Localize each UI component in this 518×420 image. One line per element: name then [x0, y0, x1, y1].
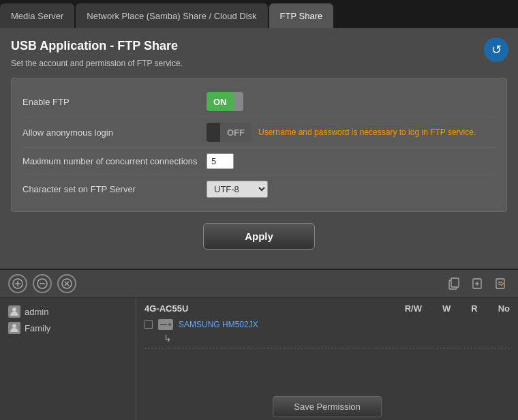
file-checkbox[interactable] — [144, 320, 153, 329]
apply-btn-container: Apply — [11, 212, 507, 258]
max-connections-label: Maximum number of concurrent connections — [22, 156, 207, 166]
max-connections-input[interactable] — [207, 153, 234, 169]
file-area: 4G-AC55U R/W W R No SAMSUNG HM5 — [136, 298, 518, 420]
svg-point-20 — [168, 323, 171, 326]
charset-select[interactable]: UTF-8 ASCII GB2312 BIG5 — [207, 181, 268, 198]
copy-icon[interactable] — [444, 274, 463, 293]
tab-network-place[interactable]: Network Place (Samba) Share / Cloud Disk — [76, 3, 267, 28]
list-item[interactable]: admin — [5, 303, 130, 320]
apply-button[interactable]: Apply — [203, 223, 315, 250]
divider — [144, 348, 510, 348]
col-rw: R/W — [405, 303, 422, 314]
charset-row: Character set on FTP Server UTF-8 ASCII … — [22, 175, 496, 203]
user-icon — [8, 305, 20, 318]
max-connections-control — [207, 153, 234, 169]
edit-file-icon[interactable] — [491, 274, 510, 293]
file-header: 4G-AC55U R/W W R No — [144, 303, 510, 314]
tab-ftp-share[interactable]: FTP Share — [269, 3, 334, 28]
toolbar-right — [444, 274, 510, 293]
main-content: USB Application - FTP Share Set the acco… — [0, 28, 518, 269]
tab-media-server[interactable]: Media Server — [0, 3, 74, 28]
toggle-on-label: ON — [207, 92, 234, 111]
save-permission-container: Save Permission — [273, 396, 382, 417]
user-icon — [8, 322, 20, 334]
charset-label: Character set on FTP Server — [22, 184, 207, 194]
enable-ftp-control: ON — [207, 92, 243, 111]
bottom-panel: admin Family 4G-AC55U R/W W R — [0, 269, 518, 420]
svg-point-17 — [12, 308, 16, 312]
remove-icon[interactable] — [33, 274, 52, 293]
back-button[interactable]: ↺ — [484, 38, 508, 62]
list-item[interactable]: Family — [5, 320, 130, 336]
file-header-cols: R/W W R No — [405, 303, 510, 314]
user-name: admin — [25, 307, 48, 317]
toggle-off-handle — [207, 123, 220, 142]
enable-ftp-label: Enable FTP — [22, 97, 207, 107]
settings-panel: Enable FTP ON Allow anonymous login OFF … — [11, 78, 507, 212]
file-item: SAMSUNG HM502JX — [144, 319, 510, 330]
svg-rect-9 — [451, 278, 459, 287]
anonymous-login-warning: Username and password is necessary to lo… — [258, 127, 476, 137]
charset-control: UTF-8 ASCII GB2312 BIG5 — [207, 181, 268, 198]
anonymous-login-toggle[interactable]: OFF — [207, 123, 252, 142]
svg-line-16 — [501, 283, 504, 286]
user-list: admin Family — [0, 298, 136, 420]
save-permission-button[interactable]: Save Permission — [273, 396, 382, 417]
tree-indent: ↳ — [164, 333, 510, 344]
new-file-icon[interactable] — [468, 274, 487, 293]
col-no: No — [498, 303, 510, 314]
max-connections-row: Maximum number of concurrent connections — [22, 148, 496, 175]
anonymous-login-control: OFF Username and password is necessary t… — [207, 123, 476, 142]
svg-point-18 — [12, 324, 16, 328]
tree-branch-icon: ↳ — [164, 333, 172, 344]
page-title: USB Application - FTP Share — [11, 39, 507, 53]
edit-icon[interactable] — [57, 274, 76, 293]
user-name: Family — [25, 323, 50, 333]
enable-ftp-row: Enable FTP ON — [22, 87, 496, 117]
bottom-toolbar — [0, 270, 518, 298]
anonymous-login-label: Allow anonymous login — [22, 127, 207, 138]
toolbar-left — [8, 274, 76, 293]
add-icon[interactable] — [8, 274, 27, 293]
content-area: admin Family 4G-AC55U R/W W R — [0, 298, 518, 420]
device-name: 4G-AC55U — [144, 303, 188, 314]
page-subtitle: Set the account and permission of FTP se… — [11, 59, 507, 68]
toggle-off-label: OFF — [220, 123, 252, 142]
enable-ftp-toggle[interactable]: ON — [207, 92, 243, 111]
toggle-handle — [234, 92, 243, 111]
disk-name[interactable]: SAMSUNG HM502JX — [179, 320, 258, 329]
anonymous-login-row: Allow anonymous login OFF Username and p… — [22, 117, 496, 148]
hdd-icon — [158, 319, 173, 330]
col-r: R — [471, 303, 477, 314]
col-w: W — [442, 303, 451, 314]
tab-bar: Media Server Network Place (Samba) Share… — [0, 0, 518, 28]
